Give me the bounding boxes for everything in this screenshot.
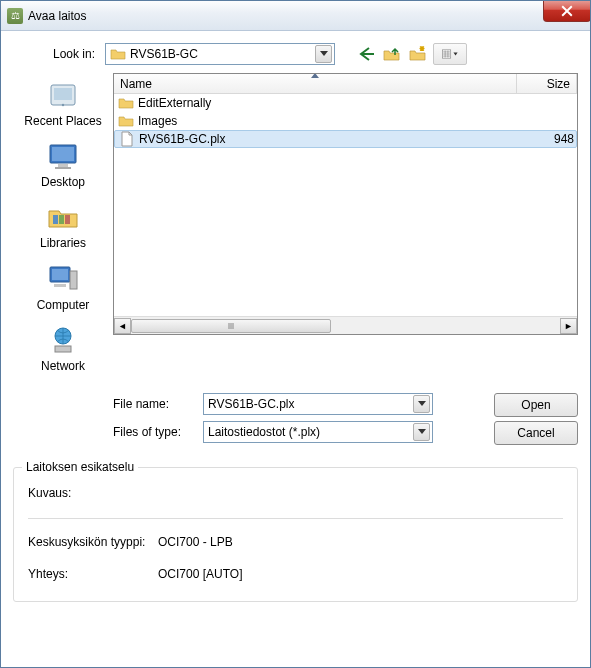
filename-label: File name: (113, 397, 203, 411)
place-computer[interactable]: Computer (20, 259, 106, 314)
chevron-down-icon[interactable] (413, 395, 430, 413)
file-size: 948 (524, 132, 576, 146)
filename-value: RVS61B-GC.plx (208, 397, 413, 411)
folder-up-icon (383, 45, 401, 63)
filetype-value: Laitostiedostot (*.plx) (208, 425, 413, 439)
network-icon (45, 322, 81, 358)
place-libraries[interactable]: Libraries (20, 197, 106, 252)
file-name: EditExternally (138, 96, 525, 110)
filetype-label: Files of type: (113, 425, 203, 439)
svg-rect-11 (58, 164, 68, 167)
desktop-icon (45, 138, 81, 174)
place-desktop[interactable]: Desktop (20, 136, 106, 191)
titlebar: ⚖ Avaa laitos (1, 1, 590, 31)
places-bar: Recent Places Desktop Libraries Computer (13, 73, 113, 381)
file-icon (119, 131, 135, 147)
separator (28, 518, 563, 519)
svg-rect-18 (70, 271, 77, 289)
scroll-track[interactable] (131, 318, 560, 334)
svg-rect-13 (53, 215, 58, 224)
lookin-value: RVS61B-GC (130, 47, 315, 61)
file-name: Images (138, 114, 525, 128)
connection-label: Yhteys: (28, 567, 158, 581)
column-size[interactable]: Size (517, 74, 577, 93)
place-label: Computer (20, 299, 106, 312)
grip-icon (227, 322, 235, 330)
list-item-file-selected[interactable]: RVS61B-GC.plx 948 (114, 130, 577, 148)
place-recent[interactable]: Recent Places (20, 75, 106, 130)
place-label: Recent Places (20, 115, 106, 128)
svg-rect-19 (54, 284, 66, 287)
scroll-thumb[interactable] (131, 319, 331, 333)
window-title: Avaa laitos (28, 9, 86, 23)
filetype-combo[interactable]: Laitostiedostot (*.plx) (203, 421, 433, 443)
file-list[interactable]: Name Size EditExternally Images RVS61B-G… (113, 73, 578, 335)
svg-rect-15 (65, 215, 70, 224)
preview-groupbox: Laitoksen esikatselu Kuvaus: Keskusyksik… (13, 467, 578, 602)
folder-icon (118, 113, 134, 129)
view-menu-button[interactable] (433, 43, 467, 65)
view-icon (441, 45, 459, 63)
filename-combo[interactable]: RVS61B-GC.plx (203, 393, 433, 415)
cpu-type-label: Keskusyksikön tyyppi: (28, 535, 158, 549)
svg-rect-7 (54, 88, 72, 100)
lookin-row: Look in: RVS61B-GC (13, 43, 578, 65)
svg-rect-14 (59, 215, 64, 224)
place-label: Libraries (20, 237, 106, 250)
kuvaus-label: Kuvaus: (28, 486, 158, 500)
svg-rect-17 (52, 269, 68, 280)
up-one-level-button[interactable] (381, 43, 403, 65)
place-network[interactable]: Network (20, 320, 106, 375)
list-item-folder[interactable]: EditExternally (114, 94, 577, 112)
preview-legend: Laitoksen esikatselu (22, 460, 138, 474)
connection-value: OCI700 [AUTO] (158, 567, 242, 581)
column-name[interactable]: Name (114, 74, 517, 93)
chevron-down-icon[interactable] (315, 45, 332, 63)
bottom-fields: File name: RVS61B-GC.plx Files of type: … (13, 393, 578, 449)
list-item-folder[interactable]: Images (114, 112, 577, 130)
svg-rect-21 (55, 346, 71, 352)
computer-icon (45, 261, 81, 297)
lookin-combo[interactable]: RVS61B-GC (105, 43, 335, 65)
sort-ascending-icon (311, 73, 319, 78)
back-button[interactable] (355, 43, 377, 65)
main-row: Recent Places Desktop Libraries Computer (13, 73, 578, 381)
cpu-type-value: OCI700 - LPB (158, 535, 233, 549)
place-label: Network (20, 360, 106, 373)
svg-point-8 (62, 104, 64, 106)
app-icon: ⚖ (7, 8, 23, 24)
horizontal-scrollbar[interactable]: ◄ ► (114, 316, 577, 334)
cancel-button[interactable]: Cancel (494, 421, 578, 445)
close-icon (561, 5, 573, 17)
arrow-left-icon (357, 45, 375, 63)
folder-icon (118, 95, 134, 111)
scroll-right-button[interactable]: ► (560, 318, 577, 334)
svg-rect-12 (55, 167, 71, 169)
new-folder-button[interactable] (407, 43, 429, 65)
svg-rect-10 (52, 147, 74, 161)
file-name: RVS61B-GC.plx (139, 132, 524, 146)
place-label: Desktop (20, 176, 106, 189)
folder-icon (110, 46, 126, 62)
recent-places-icon (45, 77, 81, 113)
file-list-header: Name Size (114, 74, 577, 94)
close-button[interactable] (543, 0, 591, 22)
chevron-down-icon[interactable] (413, 423, 430, 441)
scroll-left-button[interactable]: ◄ (114, 318, 131, 334)
nav-toolbar (355, 43, 467, 65)
dialog-body: Look in: RVS61B-GC (1, 31, 590, 612)
libraries-icon (45, 199, 81, 235)
new-folder-icon (409, 45, 427, 63)
lookin-label: Look in: (13, 47, 105, 61)
open-button[interactable]: Open (494, 393, 578, 417)
